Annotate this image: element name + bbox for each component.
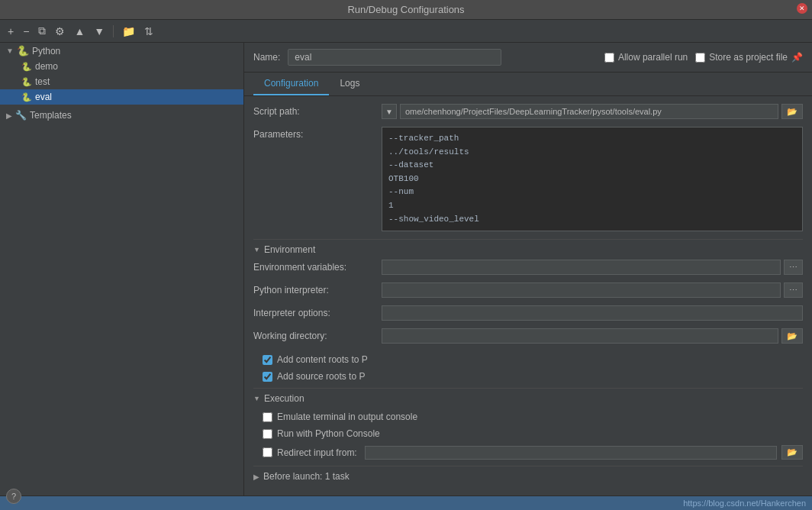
interpreter-options-label: Interpreter options: — [253, 305, 375, 318]
python-interpreter-input[interactable] — [382, 282, 781, 298]
python-group-chevron: ▼ — [6, 47, 14, 55]
templates-chevron: ▶ — [6, 111, 12, 120]
test-label: test — [35, 76, 50, 87]
sort-button[interactable]: ⇅ — [141, 24, 156, 39]
python-icon: 🐍 — [17, 45, 29, 56]
redirect-input-checkbox[interactable] — [263, 447, 272, 457]
demo-python-icon: 🐍 — [21, 62, 32, 72]
toolbar: + − ⧉ ⚙ ▲ ▼ 📁 ⇅ — [0, 20, 812, 43]
close-button[interactable]: ✕ — [797, 3, 807, 14]
redirect-input-row: Redirect input from: 📂 — [253, 442, 803, 463]
script-path-browse-button[interactable]: 📂 — [781, 104, 803, 119]
right-panel: Name: Allow parallel run Store as projec… — [244, 43, 812, 495]
add-config-button[interactable]: + — [5, 24, 17, 39]
python-group-label: Python — [32, 46, 60, 56]
copy-config-button[interactable]: ⧉ — [35, 23, 49, 39]
redirect-input-label: Redirect input from: — [277, 447, 357, 458]
name-row: Name: Allow parallel run Store as projec… — [244, 43, 812, 73]
python-interpreter-row: Python interpreter: ⋯ — [253, 282, 803, 298]
env-chevron-icon: ▼ — [253, 246, 260, 253]
run-python-console-checkbox[interactable] — [263, 429, 272, 439]
remove-config-button[interactable]: − — [20, 24, 32, 39]
parameters-label: Parameters: — [253, 127, 375, 140]
bottom-bar: https://blog.csdn.net/Hankerchen — [0, 495, 812, 510]
run-python-console-label: Run with Python Console — [277, 428, 380, 439]
dialog-title: Run/Debug Configurations — [347, 4, 464, 15]
script-path-label: Script path: — [253, 104, 375, 117]
tab-logs[interactable]: Logs — [329, 73, 370, 95]
name-input[interactable] — [288, 49, 501, 66]
store-project-label: Store as project file — [709, 52, 788, 63]
allow-parallel-container: Allow parallel run — [604, 52, 688, 63]
exec-chevron-icon: ▼ — [253, 395, 260, 402]
move-up-button[interactable]: ▲ — [71, 24, 88, 39]
toolbar-separator — [113, 25, 114, 37]
eval-python-icon: 🐍 — [21, 92, 32, 102]
templates-wrench-icon: 🔧 — [15, 110, 27, 121]
working-directory-label: Working directory: — [253, 328, 375, 341]
add-content-roots-checkbox[interactable] — [263, 355, 272, 365]
env-variables-control: ⋯ — [382, 260, 803, 275]
environment-section-header[interactable]: ▼ Environment — [253, 239, 803, 260]
working-directory-browse-button[interactable]: 📂 — [781, 328, 803, 344]
templates-group-header[interactable]: ▶ 🔧 Templates — [0, 108, 243, 123]
env-variables-input[interactable] — [382, 260, 781, 275]
working-directory-row: Working directory: 📂 — [253, 328, 803, 344]
left-panel: ▼ 🐍 Python 🐍 demo 🐍 test 🐍 eval ▶ 🔧 Temp… — [0, 43, 244, 495]
python-group-header[interactable]: ▼ 🐍 Python — [0, 43, 243, 59]
execution-section-header[interactable]: ▼ Execution — [253, 388, 803, 408]
tree-item-test[interactable]: 🐍 test — [0, 74, 243, 89]
add-content-roots-label: Add content roots to P — [277, 354, 368, 365]
settings-button[interactable]: ⚙ — [52, 24, 68, 39]
allow-parallel-label: Allow parallel run — [618, 52, 688, 63]
emulate-terminal-checkbox[interactable] — [263, 412, 272, 422]
env-variables-browse-button[interactable]: ⋯ — [784, 260, 803, 275]
test-python-icon: 🐍 — [21, 77, 32, 87]
script-path-input[interactable] — [400, 104, 778, 119]
script-path-dropdown-button[interactable]: ▼ — [382, 104, 397, 119]
add-source-roots-row: Add source roots to P — [253, 368, 803, 385]
python-interpreter-browse-button[interactable]: ⋯ — [784, 282, 803, 298]
interpreter-options-row: Interpreter options: — [253, 305, 803, 321]
main-layout: ▼ 🐍 Python 🐍 demo 🐍 test 🐍 eval ▶ 🔧 Temp… — [0, 43, 812, 495]
redirect-input-browse-button[interactable]: 📂 — [781, 445, 803, 460]
before-launch-section[interactable]: ▶ Before launch: 1 task — [253, 466, 803, 486]
working-directory-input[interactable] — [382, 328, 778, 344]
name-label: Name: — [253, 52, 280, 63]
environment-label: Environment — [264, 244, 315, 255]
csdn-link[interactable]: https://blog.csdn.net/Hankerchen — [683, 499, 806, 508]
emulate-terminal-row: Emulate terminal in output console — [253, 408, 803, 425]
parameters-row: Parameters: --tracker_path ../tools/resu… — [253, 127, 803, 231]
before-launch-chevron-icon: ▶ — [253, 473, 259, 481]
tree-item-eval[interactable]: 🐍 eval — [0, 89, 243, 105]
templates-label: Templates — [30, 110, 72, 121]
emulate-terminal-label: Emulate terminal in output console — [277, 412, 417, 422]
redirect-input-field[interactable] — [365, 446, 777, 460]
working-directory-control: 📂 — [382, 328, 803, 344]
tab-configuration[interactable]: Configuration — [253, 73, 329, 95]
run-python-console-row: Run with Python Console — [253, 425, 803, 442]
add-source-roots-label: Add source roots to P — [277, 371, 365, 382]
store-project-container: Store as project file 📌 — [695, 52, 803, 63]
interpreter-options-control — [382, 305, 803, 321]
move-down-button[interactable]: ▼ — [91, 24, 108, 39]
execution-label: Execution — [264, 393, 304, 404]
config-content: Script path: ▼ 📂 Parameters: --tracker_p… — [244, 96, 812, 495]
config-tabs: Configuration Logs — [244, 73, 812, 96]
parameters-control: --tracker_path ../tools/results --datase… — [382, 127, 803, 231]
store-project-checkbox[interactable] — [695, 53, 705, 63]
tree-item-demo[interactable]: 🐍 demo — [0, 59, 243, 74]
python-interpreter-label: Python interpreter: — [253, 282, 375, 295]
eval-label: eval — [35, 92, 52, 102]
env-variables-row: Environment variables: ⋯ — [253, 260, 803, 275]
add-source-roots-checkbox[interactable] — [263, 372, 272, 382]
interpreter-options-input[interactable] — [382, 305, 803, 321]
allow-parallel-checkbox[interactable] — [604, 53, 614, 63]
parameters-text[interactable]: --tracker_path ../tools/results --datase… — [382, 127, 803, 231]
demo-label: demo — [35, 61, 58, 72]
pin-icon[interactable]: 📌 — [791, 52, 803, 63]
folder-button[interactable]: 📁 — [119, 24, 138, 39]
add-content-roots-row: Add content roots to P — [253, 351, 803, 368]
help-button[interactable]: ? — [6, 489, 21, 504]
script-path-control: ▼ 📂 — [382, 104, 803, 119]
